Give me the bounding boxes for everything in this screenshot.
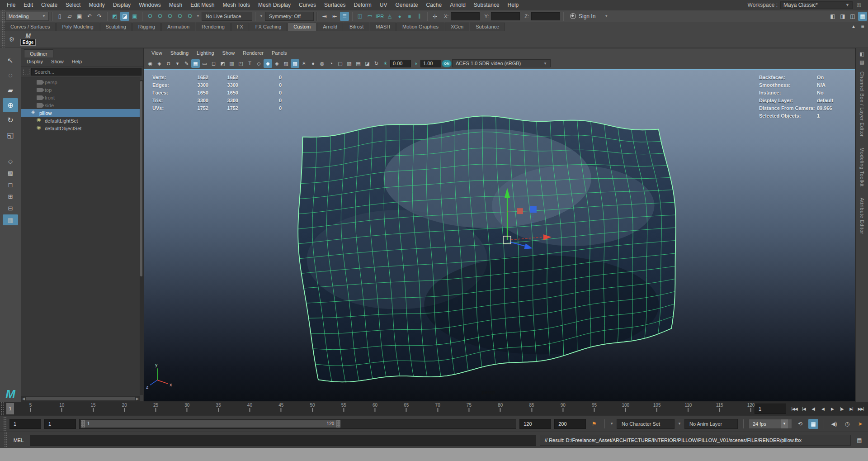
- drag-grip[interactable]: [0, 402, 4, 415]
- shelf-collapse-icon[interactable]: ▴: [849, 22, 858, 31]
- arnold-renderview-icon[interactable]: ●: [395, 12, 404, 21]
- xray-icon[interactable]: ▧: [345, 59, 354, 68]
- checkered-icon[interactable]: ▩: [291, 59, 299, 68]
- command-language-toggle[interactable]: MEL: [11, 437, 26, 443]
- isolate-select-icon[interactable]: ▢: [336, 59, 344, 68]
- snap-to-projected-center-icon[interactable]: Ω: [175, 12, 184, 21]
- bookmark-icon[interactable]: ▾: [173, 59, 182, 68]
- safe-action-icon[interactable]: ◰: [236, 59, 245, 68]
- image-plane-icon[interactable]: ◪: [363, 59, 372, 68]
- menu-set-select[interactable]: Modeling ▼: [5, 12, 49, 21]
- viewport-menu-item[interactable]: Show: [219, 50, 239, 56]
- drag-grip[interactable]: [1, 22, 5, 31]
- shelf-tab[interactable]: Substance: [470, 23, 505, 31]
- step-forward-key-button[interactable]: |▶: [837, 404, 846, 414]
- outliner-item-side[interactable]: side: [21, 101, 140, 109]
- open-scene-icon[interactable]: ▱: [65, 12, 74, 21]
- step-back-frame-button[interactable]: |◀: [799, 404, 808, 414]
- shelf-tab[interactable]: Arnold: [317, 23, 343, 31]
- construction-history-icon[interactable]: ≣: [340, 12, 349, 21]
- workspace-lock-icon[interactable]: ⚿: [855, 2, 863, 8]
- filter-icon[interactable]: [23, 69, 29, 75]
- range-slider-track[interactable]: 1 120: [79, 419, 516, 429]
- shelf-tab[interactable]: Motion Graphics: [396, 23, 444, 31]
- animation-start-field[interactable]: 1: [9, 419, 41, 429]
- playback-range-bar[interactable]: 1 120: [81, 420, 340, 428]
- ui-toggle-channel-box-icon[interactable]: ▦: [858, 12, 867, 21]
- move-tool[interactable]: ⊕: [3, 98, 18, 112]
- chevron-down-icon[interactable]: ▼: [195, 12, 201, 21]
- current-frame-marker[interactable]: 1: [6, 403, 14, 414]
- open-render-view-icon[interactable]: ◫: [355, 12, 364, 21]
- outliner-item-pillow[interactable]: pillow: [21, 109, 140, 117]
- command-input[interactable]: [30, 435, 536, 446]
- gear-icon[interactable]: ⚙: [6, 36, 17, 43]
- character-set-select[interactable]: No Character Set: [617, 419, 675, 429]
- shelf-tab[interactable]: Custom: [288, 23, 316, 31]
- camera-attributes-icon[interactable]: ◘: [164, 59, 173, 68]
- menu-item[interactable]: Display: [109, 0, 135, 10]
- select-hierarchy-icon[interactable]: ◩: [110, 12, 119, 21]
- paint-select-tool[interactable]: ▰: [3, 83, 18, 97]
- sidebar-pin-icon[interactable]: ▤: [858, 58, 867, 66]
- shelf-tab[interactable]: FX Caching: [250, 23, 287, 31]
- camera-icon[interactable]: ◉: [146, 59, 155, 68]
- film-gate-icon[interactable]: ▭: [200, 59, 209, 68]
- playback-start-field[interactable]: 1: [44, 419, 76, 429]
- chevron-down-icon[interactable]: ▼: [610, 422, 613, 426]
- sign-in-button[interactable]: Sign In ▼: [566, 12, 621, 21]
- grid-icon[interactable]: ▦: [191, 59, 200, 68]
- time-slider[interactable]: 1 51015202530354045505560657075808590951…: [0, 402, 868, 415]
- menu-item[interactable]: Cache: [422, 0, 446, 10]
- lasso-tool[interactable]: ◌: [3, 68, 18, 82]
- shelf-item-edge[interactable]: M Edge: [19, 33, 37, 46]
- scale-tool[interactable]: ◱: [3, 128, 18, 142]
- ui-toggle-modeling-toolkit-icon[interactable]: ◧: [828, 12, 837, 21]
- wireframe-icon[interactable]: ◇: [255, 59, 263, 68]
- smooth-shade-icon[interactable]: ◆: [264, 59, 272, 68]
- workspace-select[interactable]: Maya Classic* ▼: [780, 1, 853, 9]
- menu-item[interactable]: Windows: [135, 0, 165, 10]
- search-input[interactable]: Search...: [31, 68, 142, 76]
- sidebar-tab[interactable]: Channel Box / Layer Editor: [859, 71, 865, 137]
- menu-item[interactable]: Mesh Tools: [219, 0, 254, 10]
- occlusion-icon[interactable]: ◍: [318, 59, 326, 68]
- redo-icon[interactable]: ↷: [95, 12, 104, 21]
- menu-item[interactable]: Modify: [85, 0, 108, 10]
- outliner-vscrollbar[interactable]: [140, 80, 143, 395]
- viewport-menu-item[interactable]: View: [148, 50, 166, 56]
- inputs-to-selected-icon[interactable]: ⇥: [320, 12, 329, 21]
- current-time-field[interactable]: 1: [755, 404, 786, 414]
- shadows-icon[interactable]: ●: [309, 59, 317, 68]
- outliner-menu-item[interactable]: Help: [68, 58, 86, 65]
- ipr-render-icon[interactable]: IPR: [375, 12, 384, 21]
- playback-end-field[interactable]: 120: [519, 419, 551, 429]
- bookmark-icon[interactable]: ⚑: [589, 419, 599, 429]
- render-sequence-icon[interactable]: ◬: [385, 12, 394, 21]
- shelf-tab[interactable]: Rendering: [196, 23, 231, 31]
- menu-item[interactable]: Substance: [470, 0, 504, 10]
- viewport-menu-item[interactable]: Shading: [167, 50, 192, 56]
- shelf-tab[interactable]: FX: [231, 23, 249, 31]
- select-tool[interactable]: ↖: [3, 53, 18, 67]
- safe-title-icon[interactable]: T: [245, 59, 254, 68]
- render-current-frame-icon[interactable]: ▭: [365, 12, 374, 21]
- shelf-menu-icon[interactable]: ≡: [858, 22, 867, 31]
- go-to-end-button[interactable]: ▶▶|: [856, 404, 865, 414]
- lights-icon[interactable]: ☀: [300, 59, 308, 68]
- new-scene-icon[interactable]: ▯: [55, 12, 64, 21]
- menu-item[interactable]: Create: [37, 0, 61, 10]
- live-surface-field[interactable]: No Live Surface: [202, 12, 252, 21]
- evaluation-mode-icon[interactable]: ➤: [855, 419, 865, 429]
- make-live-icon[interactable]: Ω: [185, 12, 194, 21]
- shelf-tab[interactable]: Bifrost: [344, 23, 369, 31]
- layout-single-pane-icon[interactable]: ◻: [3, 179, 18, 190]
- script-editor-icon[interactable]: ▤: [854, 435, 864, 445]
- resolution-gate-icon[interactable]: ◻: [209, 59, 218, 68]
- sidebar-tab[interactable]: Modeling Toolkit: [859, 147, 865, 187]
- last-tool-icon[interactable]: ◇: [3, 156, 18, 166]
- outliner-hscrollbar[interactable]: ◀ ▶: [21, 396, 140, 401]
- outliner-item-defaultLightSet[interactable]: defaultLightSet: [21, 117, 140, 124]
- animation-end-field[interactable]: 200: [554, 419, 586, 429]
- gamma-field[interactable]: 1.00: [420, 60, 441, 67]
